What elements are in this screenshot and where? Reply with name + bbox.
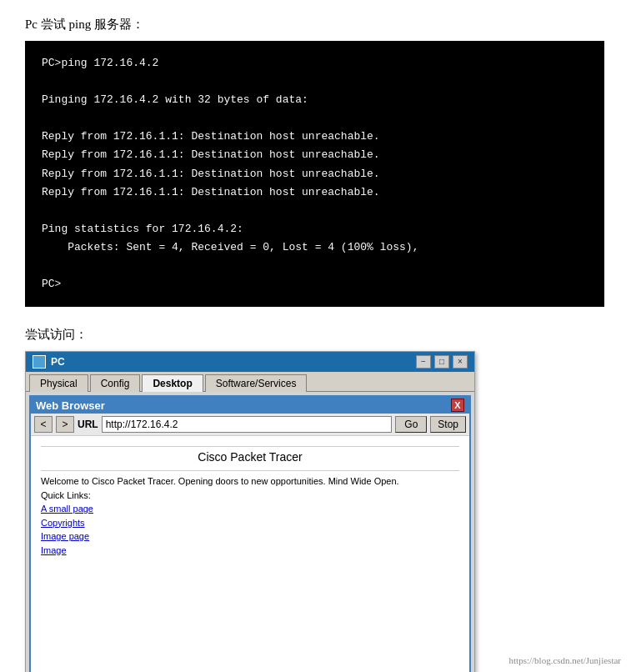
tab-config[interactable]: Config — [90, 374, 141, 392]
pc-icon — [33, 355, 46, 369]
web-browser-title: Web Browser — [36, 399, 105, 412]
watermark: https://blog.csdn.net/Junjiestar — [509, 655, 621, 665]
web-link[interactable]: Copyrights — [41, 516, 459, 530]
stop-button[interactable]: Stop — [430, 416, 466, 433]
forward-button[interactable]: > — [56, 416, 74, 433]
pc-desktop-area: Web Browser X < > URL Go Stop Cisco Pack… — [26, 392, 474, 672]
quick-links-label: Quick Links: — [41, 489, 459, 503]
pc-titlebar: PC − □ × — [26, 352, 474, 372]
terminal-container: PC>ping 172.16.4.2 Pinging 172.16.4.2 wi… — [25, 41, 604, 307]
web-browser-titlebar: Web Browser X — [31, 397, 469, 414]
web-browser-window: Web Browser X < > URL Go Stop Cisco Pack… — [29, 395, 471, 672]
maximize-button[interactable]: □ — [434, 355, 449, 369]
pc-titlebar-controls: − □ × — [416, 355, 468, 369]
back-button[interactable]: < — [34, 416, 53, 433]
go-button[interactable]: Go — [395, 416, 427, 433]
web-content-title: Cisco Packet Tracer — [41, 450, 459, 464]
web-link[interactable]: A small page — [41, 502, 459, 516]
tab-desktop[interactable]: Desktop — [142, 374, 203, 392]
url-input[interactable] — [102, 416, 393, 433]
web-link[interactable]: Image page — [41, 529, 459, 544]
pc-titlebar-left: PC — [33, 355, 65, 369]
access-section-title: 尝试访问： — [25, 327, 606, 343]
pc-tabbar: PhysicalConfigDesktopSoftware/Services — [26, 372, 474, 392]
tab-software-services[interactable]: Software/Services — [205, 374, 308, 392]
web-browser-close-button[interactable]: X — [451, 399, 464, 412]
pc-window-title: PC — [51, 356, 65, 368]
web-content-body: Welcome to Cisco Packet Tracer. Opening … — [41, 474, 459, 557]
web-welcome-text: Welcome to Cisco Packet Tracer. Opening … — [41, 474, 459, 489]
web-link[interactable]: Image — [41, 544, 459, 558]
web-content-area: Cisco Packet Tracer Welcome to Cisco Pac… — [31, 436, 469, 672]
url-label: URL — [78, 419, 98, 430]
minimize-button[interactable]: − — [416, 355, 431, 369]
pc-window: PC − □ × PhysicalConfigDesktopSoftware/S… — [25, 351, 475, 672]
close-button[interactable]: × — [453, 355, 468, 369]
ping-section-title: Pc 尝试 ping 服务器： — [25, 17, 606, 33]
tab-physical[interactable]: Physical — [29, 374, 88, 392]
url-bar: < > URL Go Stop — [31, 414, 469, 436]
terminal-text: PC>ping 172.16.4.2 Pinging 172.16.4.2 wi… — [42, 54, 588, 293]
